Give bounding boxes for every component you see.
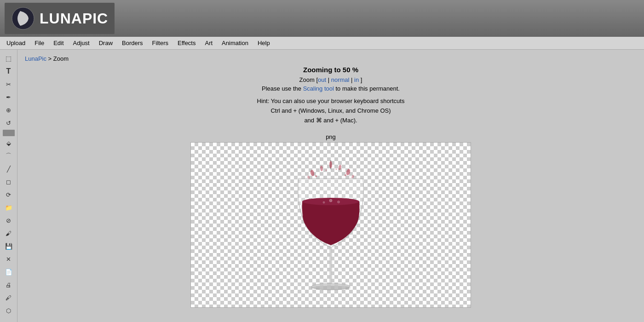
zoom-sep2: | [349, 76, 354, 83]
svg-point-4 [320, 166, 323, 171]
zoom-sep1: | [326, 76, 331, 83]
svg-point-7 [345, 169, 351, 176]
hint-text: Hint: You can also use your browser keyb… [257, 97, 405, 125]
breadcrumb: LunaPic > Zoom [22, 54, 639, 66]
scaling-tool-link[interactable]: Scaling tool [303, 85, 334, 92]
hint-line1: Hint: You can also use your browser keyb… [257, 97, 405, 106]
brush-tool[interactable]: ✒ [2, 91, 15, 103]
document-tool[interactable]: 📄 [2, 266, 15, 278]
menu-upload[interactable]: Upload [2, 38, 30, 48]
scaling-prefix: Please use the [262, 85, 303, 92]
hint-line3: and ⌘ and + (Mac). [257, 116, 405, 126]
zoom-scaling-line: Please use the Scaling tool to make this… [257, 85, 405, 92]
zoom-prefix: Zoom [ [299, 76, 318, 83]
header: LUNAPIC [0, 0, 644, 37]
breadcrumb-home[interactable]: LunaPic [25, 55, 46, 62]
close-tool[interactable]: ✕ [2, 253, 15, 265]
rotate-tool[interactable]: ↺ [2, 117, 15, 129]
svg-rect-18 [329, 247, 332, 284]
toolbar: ⬚ T ✂ ✒ ⊕ ↺ ⬙ ⌒ ╱ ◻ ⟳ 📁 ⊘ 🖌 💾 ✕ 📄 🖨 🖋 ⬡ [0, 50, 17, 322]
svg-point-13 [336, 169, 337, 170]
svg-point-10 [315, 175, 317, 177]
select-tool[interactable]: ⬚ [2, 52, 15, 64]
menu-effects[interactable]: Effects [173, 38, 201, 48]
menu-help[interactable]: Help [253, 38, 275, 48]
paint-tool[interactable]: 🖌 [2, 227, 15, 239]
svg-point-17 [338, 201, 340, 203]
svg-point-5 [329, 161, 332, 168]
format-label: png [326, 133, 336, 140]
svg-point-3 [310, 170, 315, 177]
svg-point-6 [338, 165, 342, 171]
folder-tool[interactable]: 📁 [2, 201, 15, 213]
crop-tool[interactable]: ✂ [2, 78, 15, 90]
breadcrumb-separator: > [46, 55, 53, 62]
content-area: LunaPic > Zoom Zooming to 50 % Zoom [out… [17, 50, 644, 322]
menu-filters[interactable]: Filters [148, 38, 173, 48]
zoom-links: Zoom [out | normal | in ] [257, 76, 405, 83]
zoom-normal-link[interactable]: normal [331, 76, 350, 83]
scaling-suffix: to make this permanent. [334, 85, 400, 92]
line-tool[interactable]: ╱ [2, 163, 15, 175]
logo-text: LUNAPIC [40, 10, 108, 27]
zoom-out-link[interactable]: out [318, 76, 326, 83]
svg-point-16 [323, 201, 325, 203]
svg-point-11 [345, 174, 346, 176]
zoom-suffix: ] [359, 76, 362, 83]
main-layout: ⬚ T ✂ ✒ ⊕ ↺ ⬙ ⌒ ╱ ◻ ⟳ 📁 ⊘ 🖌 💾 ✕ 📄 🖨 🖋 ⬡ … [0, 50, 644, 322]
menu-file[interactable]: File [30, 38, 49, 48]
clear-tool[interactable]: ⊘ [2, 214, 15, 226]
zoom-title: Zooming to 50 % [257, 66, 405, 74]
print-tool[interactable]: 🖨 [2, 279, 15, 291]
share-tool[interactable]: ⬡ [2, 305, 15, 316]
gradient-tool[interactable] [3, 130, 15, 136]
zoom-tool[interactable]: ⊕ [2, 104, 15, 116]
menu-draw[interactable]: Draw [94, 38, 117, 48]
svg-point-9 [351, 175, 354, 179]
menu-adjust[interactable]: Adjust [69, 38, 94, 48]
wine-glass-image [276, 151, 386, 307]
menu-art[interactable]: Art [200, 38, 217, 48]
svg-point-20 [310, 286, 351, 290]
svg-point-15 [329, 199, 332, 202]
stamp-tool[interactable]: 🖋 [2, 292, 15, 304]
zoom-info: Zooming to 50 % Zoom [out | normal | in … [257, 66, 405, 125]
menu-animation[interactable]: Animation [217, 38, 253, 48]
hint-line2: Ctrl and + (Windows, Linux, and Chrome O… [257, 106, 405, 116]
smudge-tool[interactable]: ⟳ [2, 189, 15, 201]
menubar: Upload File Edit Adjust Draw Borders Fil… [0, 37, 644, 50]
fill-tool[interactable]: ⬙ [2, 137, 15, 149]
save-tool[interactable]: 💾 [2, 240, 15, 252]
zoom-in-link[interactable]: in [354, 76, 359, 83]
logo-moon-icon [11, 6, 35, 30]
menu-edit[interactable]: Edit [49, 38, 68, 48]
menu-borders[interactable]: Borders [117, 38, 148, 48]
logo-area: LUNAPIC [5, 3, 115, 34]
eraser-tool[interactable]: ◻ [2, 176, 15, 188]
canvas-container [190, 142, 471, 308]
text-tool[interactable]: T [2, 65, 15, 77]
svg-point-12 [326, 170, 327, 171]
breadcrumb-current: Zoom [53, 55, 69, 62]
eyedropper-tool[interactable]: ⌒ [2, 150, 15, 162]
